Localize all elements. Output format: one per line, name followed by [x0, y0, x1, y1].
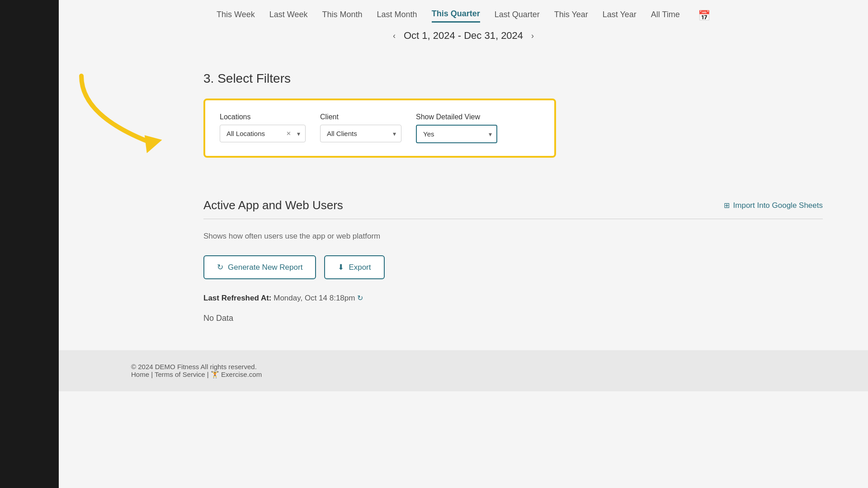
- footer-home-link[interactable]: Home: [131, 371, 149, 378]
- tab-last-quarter[interactable]: Last Quarter: [495, 10, 540, 22]
- tab-this-month[interactable]: This Month: [322, 10, 363, 22]
- detailed-view-filter-group: Show Detailed View Yes No ▾: [416, 113, 497, 143]
- tab-this-week[interactable]: This Week: [217, 10, 255, 22]
- report-section-header: Active App and Web Users ⊞ Import Into G…: [203, 198, 823, 219]
- footer-links: Home | Terms of Service | 🏋 Exercise.com: [131, 371, 868, 379]
- calendar-icon[interactable]: 📅: [698, 10, 710, 22]
- sidebar: [0, 0, 59, 488]
- next-date-button[interactable]: ›: [531, 31, 534, 41]
- client-select-wrap: All Clients ▾: [320, 125, 401, 142]
- action-buttons: ↻ Generate New Report ⬇ Export: [203, 255, 823, 279]
- locations-filter-group: Locations All Locations ✕ ▾: [220, 113, 306, 143]
- grid-icon: ⊞: [724, 201, 730, 210]
- main-content: This Week Last Week This Month Last Mont…: [59, 0, 868, 488]
- no-data-text: No Data: [203, 314, 823, 323]
- import-google-sheets-link[interactable]: ⊞ Import Into Google Sheets: [724, 201, 823, 210]
- client-select[interactable]: All Clients: [320, 125, 401, 142]
- report-description: Shows how often users use the app or web…: [203, 232, 823, 241]
- footer-logo-icon: 🏋: [211, 371, 219, 378]
- last-refreshed-time: Monday, Oct 14 8:18pm: [274, 294, 355, 302]
- generate-report-label: Generate New Report: [228, 263, 302, 272]
- report-section-title: Active App and Web Users: [203, 198, 343, 212]
- active-app-section: Active App and Web Users ⊞ Import Into G…: [59, 198, 868, 323]
- arrow-annotation: [72, 71, 199, 168]
- tab-this-quarter[interactable]: This Quarter: [432, 9, 480, 23]
- last-refreshed-label: Last Refreshed At:: [203, 294, 272, 302]
- tab-last-week[interactable]: Last Week: [269, 10, 308, 22]
- export-button[interactable]: ⬇ Export: [324, 255, 384, 279]
- date-nav: This Week Last Week This Month Last Mont…: [59, 0, 868, 23]
- detailed-view-select[interactable]: Yes No: [416, 125, 497, 143]
- locations-label: Locations: [220, 113, 306, 121]
- refresh-icon-small[interactable]: ↻: [357, 294, 363, 302]
- locations-select[interactable]: All Locations: [220, 125, 306, 142]
- tab-this-year[interactable]: This Year: [554, 10, 588, 22]
- refresh-icon: ↻: [217, 263, 223, 272]
- client-label: Client: [320, 113, 401, 121]
- footer: © 2024 DEMO Fitness All rights reserved.…: [59, 350, 868, 391]
- footer-copyright: © 2024 DEMO Fitness All rights reserved.: [131, 363, 868, 371]
- export-label: Export: [349, 263, 371, 272]
- footer-terms-link[interactable]: Terms of Service: [155, 371, 205, 378]
- footer-divider-1: |: [151, 371, 155, 378]
- footer-exercise-link[interactable]: Exercise.com: [221, 371, 262, 378]
- detailed-view-select-wrap: Yes No ▾: [416, 125, 497, 143]
- prev-date-button[interactable]: ‹: [393, 31, 396, 41]
- filters-box: Locations All Locations ✕ ▾ Client All: [203, 99, 556, 158]
- tab-last-month[interactable]: Last Month: [377, 10, 417, 22]
- date-range-text: Oct 1, 2024 - Dec 31, 2024: [404, 30, 523, 42]
- filters-section: 3. Select Filters Locations All Location…: [59, 49, 868, 198]
- filters-section-title: 3. Select Filters: [203, 71, 823, 86]
- client-filter-group: Client All Clients ▾: [320, 113, 401, 143]
- generate-report-button[interactable]: ↻ Generate New Report: [203, 255, 316, 279]
- import-label: Import Into Google Sheets: [733, 201, 823, 210]
- locations-select-wrap: All Locations ✕ ▾: [220, 125, 306, 142]
- download-icon: ⬇: [338, 263, 344, 272]
- tab-all-time[interactable]: All Time: [651, 10, 680, 22]
- last-refreshed-line: Last Refreshed At: Monday, Oct 14 8:18pm…: [203, 294, 823, 303]
- tab-last-year[interactable]: Last Year: [603, 10, 637, 22]
- footer-divider-2: |: [207, 371, 211, 378]
- detailed-view-label: Show Detailed View: [416, 113, 497, 121]
- date-range-bar: ‹ Oct 1, 2024 - Dec 31, 2024 ›: [59, 23, 868, 49]
